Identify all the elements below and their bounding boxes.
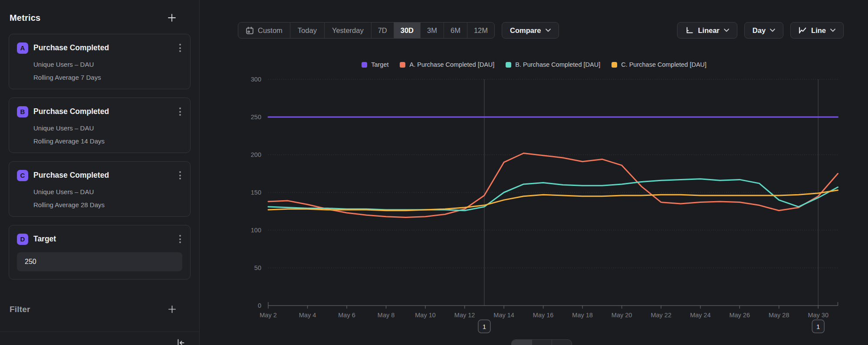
x-axis-tick-label: May 30 <box>808 312 829 319</box>
metric-card-header: C Purchase Completed <box>17 169 182 181</box>
split-view-button[interactable] <box>532 340 552 345</box>
legend-label: C. Purchase Completed [DAU] <box>621 61 707 68</box>
legend-item[interactable]: B. Purchase Completed [DAU] <box>506 61 600 68</box>
range-custom-button[interactable]: Custom <box>238 23 290 38</box>
metric-badge: A <box>17 42 28 54</box>
chart-view-button[interactable] <box>512 340 532 345</box>
x-axis-tick-label: May 20 <box>612 312 632 319</box>
chart-legend: TargetA. Purchase Completed [DAU]B. Purc… <box>200 61 868 68</box>
chart-toolbar: CustomTodayYesterday7D30D3M6M12M Compare… <box>238 22 844 39</box>
metrics-sidebar: Metrics A Purchase Completed Unique User… <box>0 0 200 345</box>
x-axis-tick-label: May 24 <box>690 312 711 319</box>
y-axis-tick-label: 100 <box>251 227 261 234</box>
metric-card[interactable]: D Target <box>9 225 191 280</box>
svg-text:1: 1 <box>816 323 820 330</box>
legend-label: B. Purchase Completed [DAU] <box>515 61 600 68</box>
legend-swatch-icon <box>612 62 617 68</box>
metric-options-button[interactable] <box>178 42 182 54</box>
line-chart-icon <box>799 26 807 34</box>
line-chart[interactable]: 050100150200250300May 2May 4May 6May 8Ma… <box>200 56 868 345</box>
range-today-button[interactable]: Today <box>290 23 324 38</box>
chart-type-label: Line <box>811 26 826 35</box>
add-filter-button[interactable] <box>167 304 178 315</box>
metric-transform[interactable]: Rolling Average 28 Days <box>33 201 182 208</box>
collapse-sidebar-button[interactable] <box>175 337 187 345</box>
interval-label: Day <box>753 26 766 35</box>
sidebar-divider <box>0 332 199 332</box>
metric-options-button[interactable] <box>178 169 182 181</box>
metric-card-body: Unique Users – DAU Rolling Average 7 Day… <box>33 61 182 81</box>
chart-panel: CustomTodayYesterday7D30D3M6M12M Compare… <box>200 0 868 345</box>
scale-label: Linear <box>698 26 720 35</box>
range-30d-button[interactable]: 30D <box>394 23 420 38</box>
plus-icon <box>167 13 177 23</box>
metric-card-body: Unique Users – DAU Rolling Average 14 Da… <box>33 124 182 145</box>
filter-title: Filter <box>10 305 30 314</box>
metric-transform[interactable]: Rolling Average 7 Days <box>33 74 182 81</box>
metric-measure[interactable]: Unique Users – DAU <box>33 124 182 132</box>
chevron-down-icon <box>546 29 551 32</box>
x-axis-tick-label: May 16 <box>533 312 554 319</box>
metric-transform[interactable]: Rolling Average 14 Days <box>33 137 182 145</box>
legend-swatch-icon <box>506 62 511 68</box>
range-7d-button[interactable]: 7D <box>371 23 394 38</box>
metric-title: Target <box>33 234 178 244</box>
metric-card-header: D Target <box>17 233 182 245</box>
metric-options-button[interactable] <box>178 233 182 245</box>
x-axis-tick-label: May 2 <box>260 312 277 319</box>
chevron-down-icon <box>830 29 835 32</box>
range-12m-button[interactable]: 12M <box>467 23 494 38</box>
x-axis-tick-label: May 28 <box>769 312 789 319</box>
calendar-icon <box>246 26 254 35</box>
x-axis-tick-label: May 14 <box>493 312 514 319</box>
add-metric-button[interactable] <box>166 12 178 23</box>
metric-card-header: A Purchase Completed <box>17 42 182 54</box>
metric-badge: D <box>17 234 28 245</box>
y-axis-tick-label: 300 <box>251 76 261 83</box>
chart-type-button[interactable]: Line <box>790 22 844 39</box>
metric-card-list: A Purchase Completed Unique Users – DAU … <box>0 34 199 280</box>
metric-card[interactable]: C Purchase Completed Unique Users – DAU … <box>9 161 191 217</box>
annotation-badge[interactable]: 1 <box>812 320 824 333</box>
target-value-input[interactable] <box>17 252 182 271</box>
x-axis-tick-label: May 10 <box>415 312 436 319</box>
x-axis-tick-label: May 26 <box>729 312 750 319</box>
legend-item[interactable]: C. Purchase Completed [DAU] <box>612 61 707 68</box>
metric-card[interactable]: A Purchase Completed Unique Users – DAU … <box>9 34 191 89</box>
axis-scale-icon <box>685 26 694 34</box>
date-range-segmented-control: CustomTodayYesterday7D30D3M6M12M <box>238 22 495 39</box>
metric-card-body: Unique Users – DAU Rolling Average 28 Da… <box>33 188 182 208</box>
legend-label: Target <box>371 61 388 68</box>
y-axis-tick-label: 150 <box>251 189 261 196</box>
metric-options-button[interactable] <box>178 106 182 117</box>
chevron-down-icon <box>770 29 775 32</box>
legend-item[interactable]: Target <box>362 61 388 68</box>
metric-card[interactable]: B Purchase Completed Unique Users – DAU … <box>9 98 191 153</box>
metric-card-header: B Purchase Completed <box>17 106 182 117</box>
metric-title: Purchase Completed <box>33 43 178 52</box>
range-yesterday-button[interactable]: Yesterday <box>324 23 371 38</box>
toolbar-right-group: Linear Day Line <box>677 22 844 39</box>
y-axis-tick-label: 0 <box>258 302 261 309</box>
collapse-left-icon <box>176 338 186 345</box>
annotation-badge[interactable]: 1 <box>478 320 490 333</box>
metric-title: Purchase Completed <box>33 171 178 180</box>
metric-measure[interactable]: Unique Users – DAU <box>33 188 182 195</box>
x-axis-tick-label: May 12 <box>454 312 475 319</box>
y-axis-tick-label: 250 <box>251 114 261 120</box>
range-3m-button[interactable]: 3M <box>420 23 444 38</box>
series-line <box>268 153 838 218</box>
metrics-header: Metrics <box>10 12 178 23</box>
scale-button[interactable]: Linear <box>677 22 737 39</box>
x-axis-tick-label: May 22 <box>651 312 671 319</box>
target-input-wrap <box>17 252 182 271</box>
series-line <box>268 190 838 211</box>
metric-measure[interactable]: Unique Users – DAU <box>33 61 182 68</box>
legend-item[interactable]: A. Purchase Completed [DAU] <box>400 61 494 68</box>
range-6m-button[interactable]: 6M <box>444 23 467 38</box>
table-view-button[interactable] <box>552 340 572 345</box>
compare-label: Compare <box>510 26 541 35</box>
interval-button[interactable]: Day <box>744 22 783 39</box>
x-axis-tick-label: May 8 <box>378 312 395 319</box>
compare-button[interactable]: Compare <box>502 22 559 39</box>
